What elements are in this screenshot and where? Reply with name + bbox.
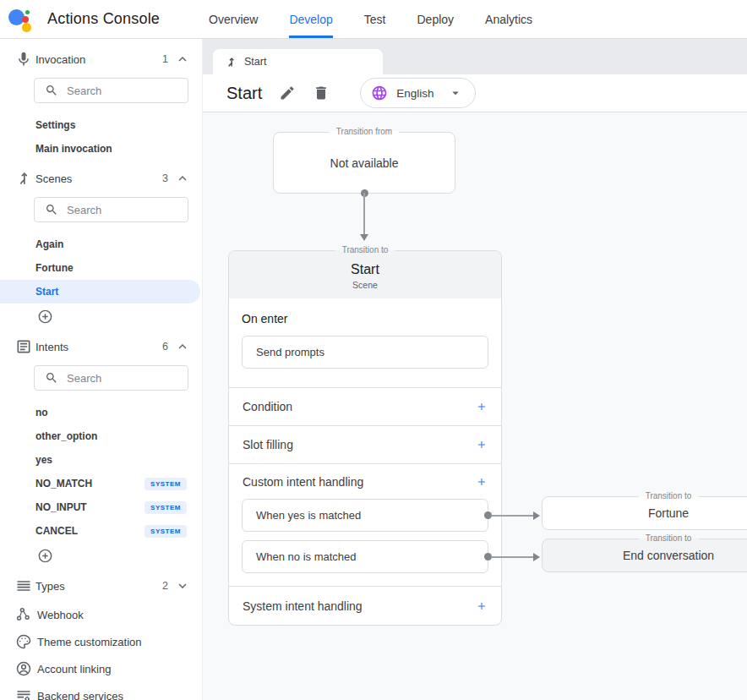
connector-line	[363, 193, 365, 234]
section-count: 2	[162, 580, 168, 592]
scene-card-header: Start Scene	[229, 251, 501, 298]
intent-handler-yes[interactable]: When yes is matched	[242, 499, 488, 532]
nav-tab-analytics[interactable]: Analytics	[485, 0, 532, 38]
connector-line	[491, 515, 533, 517]
delete-icon[interactable]	[313, 85, 330, 101]
invocation-search	[34, 78, 188, 103]
transition-to-fortune-box[interactable]: Transition to Fortune	[542, 496, 747, 530]
add-system-intent-button plus-icon[interactable]	[476, 600, 488, 612]
scenes-search-input[interactable]	[67, 204, 181, 216]
chevron-up-icon[interactable]	[175, 52, 190, 67]
add-scene-button[interactable]	[0, 304, 202, 329]
add-intent-button[interactable]	[0, 543, 202, 568]
editor-tab-bar: Start	[203, 39, 747, 74]
assistant-logo-icon	[8, 9, 34, 33]
transition-from-value: Not available	[330, 156, 399, 170]
section-scenes[interactable]: Scenes 3	[0, 163, 202, 194]
sidebar-link-theme-customization[interactable]: Theme customization	[0, 628, 202, 655]
transition-to-value: Fortune	[648, 506, 689, 520]
scene-card: Transition to Start Scene On enter Send …	[228, 250, 502, 626]
transition-to-legend: Transition to	[639, 491, 699, 500]
connector-arrowhead	[533, 511, 540, 520]
chevron-down-icon[interactable]	[175, 578, 190, 593]
edit-icon[interactable]	[279, 85, 296, 101]
sidebar-link-account-linking[interactable]: Account linking	[0, 655, 202, 682]
scene-card-legend: Transition to	[335, 245, 395, 254]
system-intent-label: System intent handling	[243, 599, 363, 613]
app-title: Actions Console	[47, 10, 160, 28]
transition-to-end-box[interactable]: Transition to End conversation	[542, 539, 747, 572]
language-selector[interactable]: English	[360, 78, 475, 108]
on-enter-section: On enter Send prompts	[229, 298, 501, 387]
section-label: Intents	[35, 341, 68, 353]
scene-card-subtitle: Scene	[229, 280, 501, 290]
backend-services-icon	[15, 687, 32, 700]
connector-arrowhead	[360, 234, 368, 241]
sidebar-item-settings[interactable]: Settings	[0, 113, 202, 137]
send-prompts-item[interactable]: Send prompts	[242, 336, 488, 369]
intent-label: CANCEL	[35, 525, 78, 537]
nav-tab-overview[interactable]: Overview	[209, 0, 258, 38]
intent-handler-label: When yes is matched	[256, 509, 361, 522]
intents-search-input[interactable]	[67, 372, 181, 385]
add-slot-button plus-icon[interactable]	[476, 439, 488, 451]
dropdown-arrow-icon	[448, 85, 463, 101]
link-label: Account linking	[37, 663, 111, 675]
mic-icon	[15, 51, 32, 68]
sidebar-item-no[interactable]: no	[0, 401, 202, 424]
sidebar-item-other-option[interactable]: other_option	[0, 424, 202, 448]
sidebar-item-no-input[interactable]: NO_INPUT SYSTEM	[0, 495, 202, 519]
transition-from-box: Transition from Not available	[273, 132, 455, 194]
sidebar-link-webhook[interactable]: Webhook	[0, 601, 202, 628]
main-panel: Start Start English Transition from Not …	[203, 39, 747, 700]
condition-label: Condition	[243, 400, 292, 413]
add-condition-button plus-icon[interactable]	[476, 401, 488, 413]
palette-icon	[15, 633, 32, 650]
section-intents[interactable]: Intents 6	[0, 331, 202, 362]
tab-label: Start	[244, 56, 266, 68]
transition-to-legend: Transition to	[639, 533, 699, 543]
condition-section: Condition	[229, 387, 501, 425]
nav-tab-develop[interactable]: Develop	[289, 0, 332, 38]
sidebar-item-no-match[interactable]: NO_MATCH SYSTEM	[0, 472, 202, 495]
section-label: Scenes	[35, 172, 72, 185]
scene-card-title: Start	[229, 262, 501, 277]
invocation-search-input[interactable]	[67, 85, 181, 97]
sidebar-item-main-invocation[interactable]: Main invocation	[0, 137, 202, 161]
intent-handler-label: When no is matched	[256, 550, 357, 563]
sidebar-item-again[interactable]: Again	[0, 232, 202, 256]
app-header: Actions Console Overview Develop Test De…	[0, 0, 747, 39]
intents-search	[34, 365, 188, 391]
sidebar-link-backend-services[interactable]: Backend services	[0, 682, 202, 700]
sidebar-item-fortune[interactable]: Fortune	[0, 256, 202, 280]
section-invocation[interactable]: Invocation 1	[0, 44, 202, 74]
system-badge: SYSTEM	[144, 501, 187, 514]
scene-canvas: Transition from Not available Transition…	[203, 112, 747, 700]
sidebar-item-yes[interactable]: yes	[0, 448, 202, 472]
chevron-up-icon[interactable]	[175, 171, 190, 186]
scene-title: Start	[226, 84, 262, 103]
account-icon	[15, 660, 32, 677]
intent-handler-no[interactable]: When no is matched	[242, 540, 488, 573]
section-types[interactable]: Types 2	[0, 571, 202, 601]
add-circle-icon	[37, 548, 53, 564]
add-circle-icon	[37, 309, 53, 325]
search-icon	[45, 203, 58, 216]
nav-tab-test[interactable]: Test	[364, 0, 386, 38]
section-count: 1	[162, 53, 168, 65]
scenes-search	[34, 197, 188, 222]
search-icon	[45, 84, 58, 97]
link-label: Backend services	[37, 690, 123, 700]
connector-arrowhead	[533, 553, 540, 561]
nav-tab-deploy[interactable]: Deploy	[417, 0, 455, 38]
left-sidebar: Invocation 1 Settings Main invocation Sc…	[0, 39, 203, 700]
slot-filling-section: Slot filling	[229, 425, 501, 463]
link-label: Theme customization	[37, 636, 142, 648]
tab-start[interactable]: Start	[213, 49, 383, 74]
add-custom-intent-button plus-icon[interactable]	[476, 476, 488, 488]
slot-filling-label: Slot filling	[243, 438, 293, 451]
sidebar-item-cancel[interactable]: CANCEL SYSTEM	[0, 519, 202, 543]
sidebar-item-start[interactable]: Start	[0, 280, 200, 304]
intent-label: NO_MATCH	[35, 478, 92, 489]
chevron-up-icon[interactable]	[175, 339, 190, 354]
